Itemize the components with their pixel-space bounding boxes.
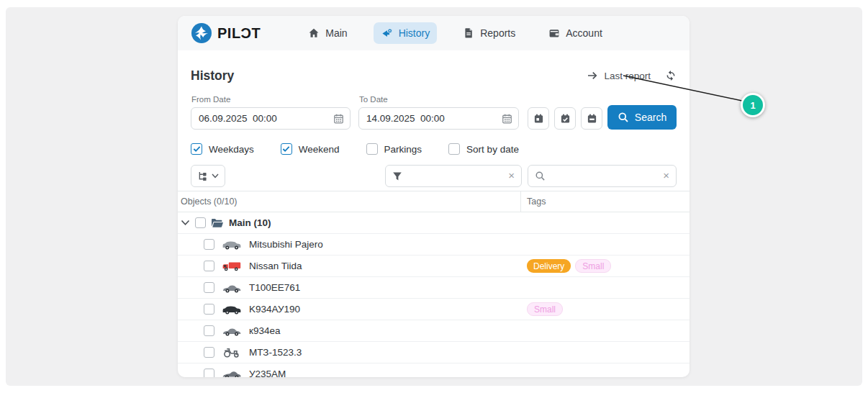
object-name: T100EE761 <box>249 282 300 293</box>
search-button-label: Search <box>635 112 666 123</box>
objects-list: Objects (0/10) Tags Main (10) <box>178 191 690 377</box>
table-row[interactable]: к934еа <box>178 320 690 342</box>
suv-icon <box>221 238 243 251</box>
car-icon <box>221 281 243 294</box>
checkbox-label: Sort by date <box>466 144 519 155</box>
checkbox-sort-by-date[interactable]: Sort by date <box>448 143 519 155</box>
calendar-icon[interactable] <box>333 113 344 127</box>
object-name: МТЗ-1523.3 <box>249 347 302 358</box>
tag-filter-field: × <box>385 165 522 187</box>
checkbox-weekdays[interactable]: Weekdays <box>191 143 254 155</box>
object-checkbox[interactable] <box>204 304 214 315</box>
calendar-day-button[interactable] <box>528 107 549 130</box>
checkbox-weekend[interactable]: Weekend <box>281 143 340 155</box>
tab-label: Reports <box>480 27 515 39</box>
from-date-field <box>191 107 351 130</box>
object-name: K934АУ190 <box>249 304 300 315</box>
suv-icon <box>221 303 243 316</box>
page-header: History Last report <box>178 58 690 91</box>
hierarchy-icon <box>197 171 208 182</box>
checkbox-box <box>448 143 460 155</box>
tab-label: Main <box>325 27 347 39</box>
calendar-range-button[interactable] <box>581 107 602 130</box>
search-icon <box>618 112 629 123</box>
folder-icon <box>211 218 224 228</box>
pilot-logo-icon <box>191 22 212 44</box>
to-date-input[interactable] <box>359 108 518 129</box>
from-date-label: From Date <box>191 95 351 104</box>
calendar-icon[interactable] <box>502 113 512 127</box>
tab-label: Account <box>566 27 602 39</box>
funnel-icon <box>392 171 402 181</box>
wallet-icon <box>548 27 560 39</box>
object-search-field: × <box>528 165 677 187</box>
table-row[interactable]: T100EE761 <box>178 277 690 299</box>
object-name: Nissan Tiida <box>249 261 302 271</box>
arrow-right-icon <box>587 70 598 81</box>
table-row[interactable]: K934АУ190 Small <box>178 299 690 320</box>
calendar-check-button[interactable] <box>554 107 576 130</box>
object-checkbox[interactable] <box>204 261 214 271</box>
chevron-down-icon <box>212 173 219 179</box>
tab-account[interactable]: Account <box>541 22 610 44</box>
refresh-icon <box>665 70 677 81</box>
object-checkbox[interactable] <box>204 282 214 293</box>
logo-text: PILƆT <box>217 25 261 42</box>
main-panel: PILƆT Main <box>178 16 690 377</box>
logo[interactable]: PILƆT <box>191 22 261 44</box>
refresh-button[interactable] <box>665 70 677 81</box>
clear-filter-icon[interactable]: × <box>508 170 521 182</box>
folder-label: Main (10) <box>229 217 271 228</box>
search-button[interactable]: Search <box>607 105 677 130</box>
object-search-input[interactable] <box>546 171 663 181</box>
object-checkbox[interactable] <box>204 325 214 336</box>
options-row: Weekdays Weekend Parkings Sort by date <box>178 142 690 156</box>
report-file-icon <box>463 27 474 39</box>
list-toolbar: × × <box>178 165 690 187</box>
objects-column-header: Objects (0/10) <box>178 191 521 212</box>
checkbox-label: Weekend <box>299 144 340 155</box>
object-name: к934еа <box>249 325 280 336</box>
tab-main[interactable]: Main <box>301 22 354 44</box>
date-filter-row: From Date To Date <box>178 95 690 130</box>
folder-checkbox[interactable] <box>195 217 206 228</box>
home-icon <box>308 27 320 39</box>
object-checkbox[interactable] <box>204 369 214 377</box>
folder-row[interactable]: Main (10) <box>178 212 690 234</box>
tag-badge[interactable]: Delivery <box>527 259 571 273</box>
checkbox-box <box>281 143 292 155</box>
history-route-icon <box>381 27 393 39</box>
object-checkbox[interactable] <box>204 239 214 250</box>
car-icon <box>221 325 243 338</box>
tag-badge[interactable]: Small <box>575 259 611 273</box>
checkbox-parkings[interactable]: Parkings <box>366 143 422 155</box>
tab-history[interactable]: History <box>374 22 438 44</box>
tree-view-button[interactable] <box>191 165 225 187</box>
table-row[interactable]: МТЗ-1523.3 <box>178 342 690 363</box>
table-row[interactable]: Mitsubishi Pajero <box>178 234 690 256</box>
last-report-button[interactable]: Last report <box>587 70 651 81</box>
tag-badge[interactable]: Small <box>527 302 563 316</box>
nav-items: Main History <box>301 22 610 44</box>
callout-marker: 1 <box>741 93 765 117</box>
app-background: PILƆT Main <box>6 7 862 386</box>
last-report-label: Last report <box>604 71 651 81</box>
tab-reports[interactable]: Reports <box>456 22 523 44</box>
table-row[interactable]: У235АМ <box>178 363 690 377</box>
checkbox-label: Parkings <box>384 144 422 155</box>
to-date-field <box>358 107 519 130</box>
checkbox-label: Weekdays <box>209 144 254 155</box>
object-checkbox[interactable] <box>204 347 214 358</box>
page-title: History <box>191 68 234 83</box>
top-nav: PILƆT Main <box>178 16 690 50</box>
tag-filter-input[interactable] <box>402 171 508 181</box>
clear-search-icon[interactable]: × <box>663 170 676 182</box>
tab-label: History <box>399 27 430 39</box>
table-row[interactable]: Nissan Tiida Delivery Small <box>178 256 690 277</box>
collapse-chevron-icon[interactable] <box>181 220 190 226</box>
list-header: Objects (0/10) Tags <box>178 191 690 212</box>
coupe-icon <box>221 368 243 378</box>
from-date-input[interactable] <box>191 108 350 129</box>
truck-icon <box>221 260 243 273</box>
tractor-icon <box>221 346 243 359</box>
